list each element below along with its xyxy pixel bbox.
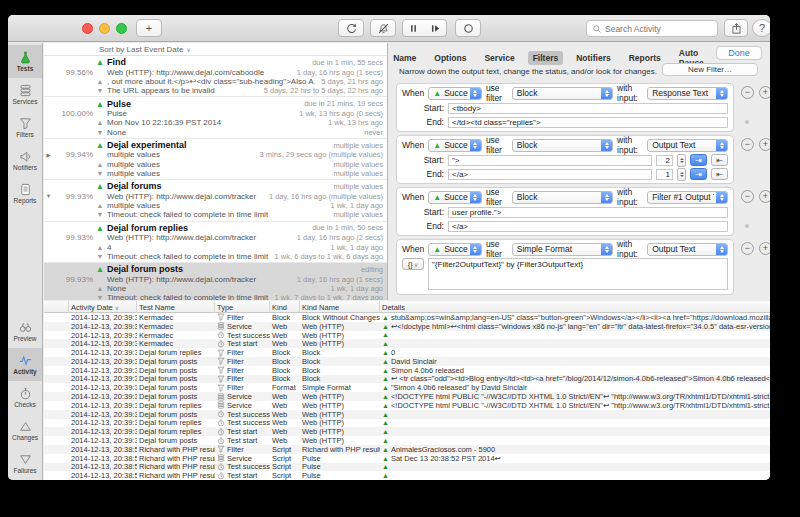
insert-token-button[interactable]: {}∨ (402, 258, 424, 270)
search-backward-button[interactable]: ⇤ (711, 168, 728, 180)
table-row[interactable]: 2014-12-13, 20:38:53Richard with PHP res… (44, 454, 770, 463)
remove-filter-button[interactable]: − (741, 242, 754, 255)
table-row[interactable]: 2014-12-13, 20:38:53Richard with PHP res… (44, 463, 770, 472)
sidebar-item-filters[interactable]: Filters (8, 111, 42, 144)
column-header-type[interactable]: Type (215, 301, 270, 313)
format-template-field[interactable]: "{Filter2OutputText}" by {Filter3OutputT… (428, 258, 728, 290)
start-field[interactable] (448, 207, 728, 218)
test-item[interactable]: ▲Dejal forum postsediting99.93%Web (HTTP… (44, 263, 387, 300)
test-item[interactable]: ▲Dejal experimentalmultiple values▶99.94… (44, 139, 387, 180)
search-field[interactable] (586, 20, 718, 37)
sidebar-item-checks[interactable]: Checks (8, 381, 42, 414)
start-field[interactable] (448, 103, 728, 114)
tab-options[interactable]: Options (429, 51, 471, 65)
share-button[interactable] (724, 19, 748, 37)
test-item[interactable]: ▲Dejal forumsmultiple values▼99.93%Web (… (44, 180, 387, 221)
filter-type-popup[interactable]: Simple Format (512, 243, 613, 256)
sidebar-item-services[interactable]: Services (8, 78, 42, 111)
status-popup[interactable]: ▲Success (428, 191, 482, 204)
close-window-button[interactable] (82, 23, 93, 34)
table-row[interactable]: 2014-12-13, 20:38:52Richard with PHP res… (44, 471, 770, 480)
input-source-popup[interactable]: Response Text (647, 87, 728, 100)
input-source-popup[interactable]: Filter #1 Output Text (647, 191, 728, 204)
add-test-button[interactable]: + (136, 19, 162, 37)
column-header-activity-date[interactable]: Activity Date∨ (69, 301, 137, 313)
remove-filter-button[interactable]: − (741, 138, 754, 151)
tab-reports[interactable]: Reports (624, 51, 666, 65)
check-now-button[interactable] (338, 19, 364, 37)
remove-filter-button[interactable]: − (741, 86, 754, 99)
status-popup[interactable]: ▲Success (428, 243, 482, 256)
sidebar-item-failures[interactable]: Failures (8, 447, 42, 480)
table-row[interactable]: 2014-12-13, 20:39:31Dejal forum postsTes… (44, 436, 770, 445)
zoom-window-button[interactable] (116, 23, 127, 34)
end-field[interactable] (448, 117, 728, 128)
search-backward-button[interactable]: ⇤ (711, 154, 728, 166)
end-field[interactable] (448, 169, 652, 180)
add-filter-button[interactable]: + (759, 138, 770, 151)
sidebar-item-reports[interactable]: Reports (8, 177, 42, 210)
help-button[interactable]: ? (752, 19, 770, 37)
table-row[interactable]: 2014-12-13, 20:39:33Dejal forum repliesT… (44, 419, 770, 428)
end-field[interactable] (448, 221, 728, 232)
tab-name[interactable]: Name (388, 51, 421, 65)
table-row[interactable]: 2014-12-13, 20:39:33Dejal forum postsFil… (44, 366, 770, 375)
table-row[interactable]: 2014-12-13, 20:39:37KermadecFilterBlockB… (44, 313, 770, 322)
add-filter-button[interactable]: + (759, 242, 770, 255)
add-filter-button[interactable]: + (759, 190, 770, 203)
table-row[interactable]: 2014-12-13, 20:39:33Dejal forum postsFil… (44, 357, 770, 366)
table-row[interactable]: 2014-12-13, 20:39:33Dejal forum postsFil… (44, 375, 770, 384)
sort-bar[interactable]: Sort by Last Event Date ∨ (44, 43, 387, 56)
column-header-test-name[interactable]: Test Name (137, 301, 215, 313)
sidebar-item-preview[interactable]: Preview (8, 315, 42, 348)
filter-type-popup[interactable]: Block (512, 139, 613, 152)
tab-notifiers[interactable]: Notifiers (571, 51, 615, 65)
column-header-kind[interactable]: Kind (270, 301, 300, 313)
disclosure-right-icon[interactable]: ▶ (44, 152, 53, 158)
sidebar-item-tests[interactable]: Tests (8, 45, 42, 78)
pause-button[interactable] (402, 19, 425, 37)
status-popup[interactable]: ▲Success (428, 139, 482, 152)
column-header-kind-name[interactable]: Kind Name (300, 301, 380, 313)
input-source-popup[interactable]: Output Text (647, 139, 728, 152)
tab-filters[interactable]: Filters (528, 51, 564, 65)
table-row[interactable]: 2014-12-13, 20:39:33Dejal forum postsFil… (44, 383, 770, 392)
table-row[interactable]: 2014-12-13, 20:39:33Dejal forum repliesS… (44, 401, 770, 410)
filter-type-popup[interactable]: Block (512, 191, 613, 204)
table-row[interactable]: 2014-12-13, 20:39:33Dejal forum postsSer… (44, 392, 770, 401)
input-source-popup[interactable]: Output Text (647, 243, 728, 256)
occurrence-count-field[interactable]: 1 (656, 169, 673, 180)
table-row[interactable]: 2014-12-13, 20:39:37KermadecTest success… (44, 331, 770, 340)
test-item[interactable]: ▲Finddue in 1 min, 55 secs99.56%Web (HTT… (44, 56, 387, 97)
done-button[interactable]: Done (716, 46, 762, 60)
table-row[interactable]: 2014-12-13, 20:38:53Richard with PHP res… (44, 445, 770, 454)
table-row[interactable]: 2014-12-13, 20:39:33Dejal forum postsTes… (44, 410, 770, 419)
record-button[interactable] (455, 19, 481, 37)
table-header[interactable]: Activity Date∨Test NameTypeKindKind Name… (44, 301, 770, 313)
stepper-icon[interactable] (677, 154, 686, 167)
status-popup[interactable]: ▲Success (428, 87, 482, 100)
table-row[interactable]: 2014-12-13, 20:39:37KermadecServiceWebWe… (44, 322, 770, 331)
table-row[interactable]: 2014-12-13, 20:39:33Dejal forum repliesF… (44, 348, 770, 357)
new-filter-button[interactable]: New Filter… (662, 63, 758, 76)
search-forward-button[interactable]: ⇥ (690, 154, 707, 166)
mute-notifiers-button[interactable] (370, 19, 396, 37)
table-row[interactable]: 2014-12-13, 20:39:32Dejal forum repliesT… (44, 427, 770, 436)
search-forward-button[interactable]: ⇥ (690, 168, 707, 180)
filter-type-popup[interactable]: Block (512, 87, 613, 100)
minimize-window-button[interactable] (99, 23, 110, 34)
sidebar-item-notifiers[interactable]: Notifiers (8, 144, 42, 177)
add-filter-button[interactable]: + (759, 86, 770, 99)
test-item[interactable]: ▲Dejal forum repliesdue in 1 min, 50 sec… (44, 222, 387, 263)
remove-filter-button[interactable]: − (741, 190, 754, 203)
start-field[interactable] (448, 155, 652, 166)
resume-button[interactable] (424, 19, 447, 37)
sidebar-item-changes[interactable]: Changes (8, 414, 42, 447)
tab-service[interactable]: Service (479, 51, 519, 65)
column-header-details[interactable]: Details (380, 303, 770, 312)
stepper-icon[interactable] (677, 168, 686, 181)
test-item[interactable]: ▲Pulsedue in 21 mins, 19 secs100.00%Puls… (44, 97, 387, 138)
occurrence-count-field[interactable]: 2 (656, 155, 673, 166)
disclosure-down-icon[interactable]: ▼ (44, 193, 53, 199)
sidebar-item-activity[interactable]: Activity (8, 348, 42, 381)
